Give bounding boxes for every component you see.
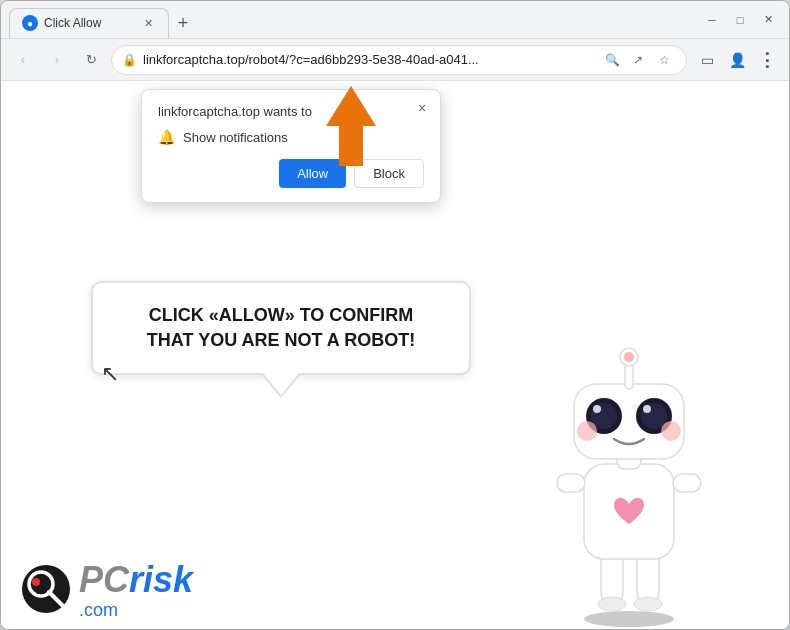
pcrisk-com-text: .com — [79, 601, 193, 619]
pcrisk-risk-text: risk — [129, 559, 193, 600]
bell-icon: 🔔 — [158, 129, 175, 145]
pcrisk-pc-text: PC — [79, 559, 129, 600]
url-text: linkforcaptcha.top/robot4/?c=ad6bb293-5e… — [143, 52, 594, 67]
tab-close-button[interactable]: ✕ — [140, 15, 156, 31]
address-bar: ‹ › ↻ 🔒 linkforcaptcha.top/robot4/?c=ad6… — [1, 39, 789, 81]
url-box[interactable]: 🔒 linkforcaptcha.top/robot4/?c=ad6bb293-… — [111, 45, 687, 75]
tab-title: Click Allow — [44, 16, 134, 30]
pcrisk-logo: PCrisk .com — [21, 559, 193, 619]
svg-point-2 — [584, 611, 674, 627]
speech-text: CLICK «ALLOW» TO CONFIRM THAT YOU ARE NO… — [147, 305, 415, 350]
svg-point-20 — [643, 405, 651, 413]
svg-point-26 — [32, 578, 40, 586]
block-button[interactable]: Block — [354, 159, 424, 188]
svg-point-21 — [577, 421, 597, 441]
speech-bubble: CLICK «ALLOW» TO CONFIRM THAT YOU ARE NO… — [91, 281, 471, 375]
share-button[interactable]: ↗ — [626, 48, 650, 72]
svg-point-5 — [598, 597, 626, 611]
svg-point-22 — [661, 421, 681, 441]
window-controls: ─ □ ✕ — [699, 7, 781, 33]
refresh-button[interactable]: ↻ — [77, 46, 105, 74]
popup-title: linkforcaptcha.top wants to — [158, 104, 424, 119]
svg-point-17 — [593, 405, 601, 413]
robot-image — [529, 309, 729, 629]
search-button[interactable]: 🔍 — [600, 48, 624, 72]
profile-icon[interactable]: 👤 — [723, 46, 751, 74]
url-actions: 🔍 ↗ ☆ — [600, 48, 676, 72]
svg-rect-8 — [557, 474, 585, 492]
close-button[interactable]: ✕ — [755, 7, 781, 33]
popup-buttons: Allow Block — [158, 159, 424, 188]
new-tab-button[interactable]: + — [169, 10, 197, 38]
pcrisk-text-group: PCrisk .com — [79, 559, 193, 619]
active-tab[interactable]: ● Click Allow ✕ — [9, 8, 169, 38]
pcrisk-icon — [21, 564, 71, 614]
back-button[interactable]: ‹ — [9, 46, 37, 74]
popup-close-button[interactable]: × — [412, 98, 432, 118]
extension-icon[interactable]: ▭ — [693, 46, 721, 74]
title-bar: ● Click Allow ✕ + ─ □ ✕ — [1, 1, 789, 39]
svg-rect-9 — [673, 474, 701, 492]
browser-window: ● Click Allow ✕ + ─ □ ✕ ‹ › — [0, 0, 790, 630]
lock-icon: 🔒 — [122, 53, 137, 67]
minimize-button[interactable]: ─ — [699, 7, 725, 33]
forward-button[interactable]: › — [43, 46, 71, 74]
allow-button[interactable]: Allow — [279, 159, 346, 188]
page-content: × linkforcaptcha.top wants to 🔔 Show not… — [1, 81, 789, 629]
bookmark-button[interactable]: ☆ — [652, 48, 676, 72]
toolbar-icons: ▭ 👤 ⋮ — [693, 46, 781, 74]
svg-point-14 — [624, 352, 634, 362]
menu-icon[interactable]: ⋮ — [753, 46, 781, 74]
maximize-button[interactable]: □ — [727, 7, 753, 33]
svg-point-6 — [634, 597, 662, 611]
popup-notification-row: 🔔 Show notifications — [158, 129, 424, 145]
popup-notification-text: Show notifications — [183, 130, 288, 145]
tab-favicon: ● — [22, 15, 38, 31]
notification-popup: × linkforcaptcha.top wants to 🔔 Show not… — [141, 89, 441, 203]
